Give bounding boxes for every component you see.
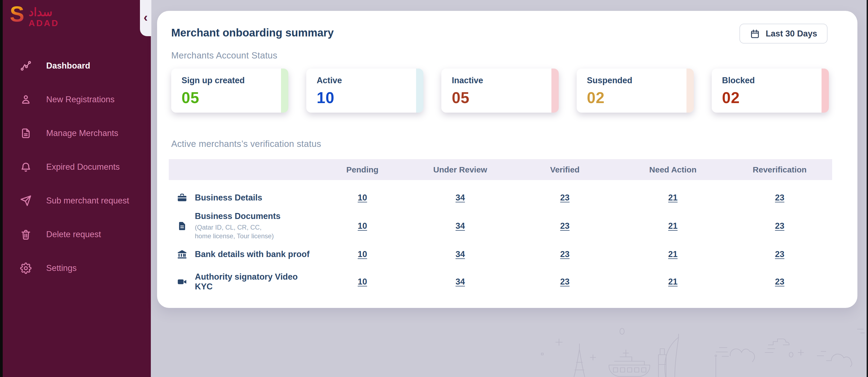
account-status-cards: Sign up created 05 Active 10 Inactive 05… (171, 68, 829, 113)
row-label-cell: Business Documents (Qatar ID, CL, CR, CC… (169, 211, 315, 240)
logo-arabic-text: سداد (29, 6, 59, 18)
pending-count-link[interactable]: 10 (358, 193, 367, 202)
date-filter-button[interactable]: Last 30 Days (740, 24, 828, 44)
table-row-business-documents: Business Documents (Qatar ID, CL, CR, CC… (169, 211, 832, 240)
date-filter-label: Last 30 Days (766, 29, 817, 39)
sidebar-item-label: Manage Merchants (46, 128, 118, 138)
need-action-count-link[interactable]: 21 (668, 221, 678, 231)
column-header-need-action: Need Action (619, 165, 727, 174)
under-review-count-link[interactable]: 34 (456, 193, 465, 202)
column-header-pending: Pending (315, 165, 409, 174)
status-card-value: 05 (452, 89, 558, 107)
bank-icon (177, 249, 187, 260)
verification-section-title: Active merchants’s verification status (171, 139, 321, 149)
sidebar-collapse-button[interactable]: ‹ (140, 0, 151, 36)
status-card-signup-created[interactable]: Sign up created 05 (171, 68, 288, 113)
verification-table-body: Business Details 10 34 23 21 23 (169, 184, 832, 295)
status-card-label: Sign up created (182, 76, 288, 85)
sidebar-item-dashboard[interactable]: Dashboard (3, 58, 151, 74)
reverification-count-link[interactable]: 23 (775, 277, 784, 286)
status-card-active[interactable]: Active 10 (306, 68, 424, 113)
calendar-icon (750, 29, 760, 39)
status-card-value: 10 (317, 89, 424, 107)
sidebar-item-expired-documents[interactable]: Expired Documents (3, 159, 151, 175)
window-left-edge (0, 0, 3, 377)
verification-table-header: Pending Under Review Verified Need Actio… (169, 159, 832, 180)
table-row-bank-details: Bank details with bank proof 10 34 23 21… (169, 240, 832, 268)
sidebar-item-settings[interactable]: Settings (3, 260, 151, 277)
table-row-business-details: Business Details 10 34 23 21 23 (169, 184, 832, 211)
sidebar-item-label: Settings (46, 263, 76, 273)
gear-icon (20, 262, 32, 274)
row-label-cell: Business Details (169, 193, 315, 203)
status-card-accent-strip (686, 68, 694, 113)
main-content-card: Merchant onboarding summary Last 30 Days… (157, 11, 858, 308)
send-icon (20, 195, 32, 206)
column-header-verified: Verified (511, 165, 619, 174)
status-card-label: Blocked (722, 76, 829, 85)
chevron-left-icon: ‹ (144, 11, 148, 23)
trash-icon (20, 229, 32, 240)
under-review-count-link[interactable]: 34 (456, 221, 465, 231)
sidebar: S سداد ADAD Dashboard New Registrations (3, 0, 151, 377)
reverification-count-link[interactable]: 23 (775, 250, 784, 259)
status-card-label: Inactive (452, 76, 558, 85)
status-card-accent-strip (551, 68, 559, 113)
verification-table: Pending Under Review Verified Need Actio… (169, 159, 832, 295)
window-right-edge (867, 0, 868, 377)
verified-count-link[interactable]: 23 (560, 221, 569, 231)
need-action-count-link[interactable]: 21 (668, 193, 678, 202)
video-camera-icon (177, 277, 187, 287)
row-label-cell: Bank details with bank proof (169, 249, 315, 260)
status-card-blocked[interactable]: Blocked 02 (712, 68, 829, 113)
reverification-count-link[interactable]: 23 (775, 193, 784, 202)
status-card-inactive[interactable]: Inactive 05 (441, 68, 558, 113)
person-icon (20, 94, 32, 105)
row-sublabel-line1: (Qatar ID, CL, CR, CC, (195, 224, 261, 231)
row-label: Bank details with bank proof (195, 250, 310, 259)
status-card-value: 02 (587, 89, 694, 107)
reverification-count-link[interactable]: 23 (775, 221, 784, 231)
file-text-icon (177, 221, 187, 231)
need-action-count-link[interactable]: 21 (668, 250, 678, 259)
pending-count-link[interactable]: 10 (358, 250, 367, 259)
file-text-icon (20, 127, 32, 139)
under-review-count-link[interactable]: 34 (456, 277, 465, 286)
need-action-count-link[interactable]: 21 (668, 277, 678, 286)
sidebar-item-new-registrations[interactable]: New Registrations (3, 91, 151, 108)
status-card-label: Active (317, 76, 424, 85)
skyline-illustration (514, 312, 867, 377)
row-label: Authority signatory Video KYC (195, 272, 315, 291)
status-card-value: 05 (182, 89, 288, 107)
verified-count-link[interactable]: 23 (560, 250, 569, 259)
pending-count-link[interactable]: 10 (358, 221, 367, 231)
pending-count-link[interactable]: 10 (358, 277, 367, 286)
column-header-reverification: Reverification (727, 165, 832, 174)
table-row-video-kyc: Authority signatory Video KYC 10 34 23 2… (169, 268, 832, 295)
sidebar-item-manage-merchants[interactable]: Manage Merchants (3, 125, 151, 141)
status-card-value: 02 (722, 89, 829, 107)
sidebar-item-sub-merchant-request[interactable]: Sub merchant request (3, 193, 151, 209)
sidebar-item-label: Sub merchant request (46, 196, 129, 206)
row-label-cell: Authority signatory Video KYC (169, 272, 315, 291)
verified-count-link[interactable]: 23 (560, 193, 569, 202)
status-card-accent-strip (281, 68, 288, 113)
row-label: Business Details (195, 193, 262, 203)
status-card-accent-strip (416, 68, 424, 113)
row-label: Business Documents (195, 211, 280, 221)
sidebar-item-label: Expired Documents (46, 162, 120, 172)
sadad-logo-mark: S (10, 4, 24, 24)
status-card-label: Suspended (587, 76, 694, 85)
sadad-logo: S سداد ADAD (10, 4, 59, 27)
status-card-accent-strip (822, 68, 829, 113)
sidebar-nav: Dashboard New Registrations Manage Merch… (3, 58, 151, 277)
under-review-count-link[interactable]: 34 (456, 250, 465, 259)
status-card-suspended[interactable]: Suspended 02 (577, 68, 694, 113)
sidebar-item-label: Delete request (46, 230, 101, 239)
sidebar-item-label: New Registrations (46, 95, 115, 105)
sidebar-item-delete-request[interactable]: Delete request (3, 226, 151, 243)
verified-count-link[interactable]: 23 (560, 277, 569, 286)
bell-icon (20, 161, 32, 173)
page-title: Merchant onboarding summary (171, 27, 334, 39)
briefcase-icon (177, 193, 187, 203)
